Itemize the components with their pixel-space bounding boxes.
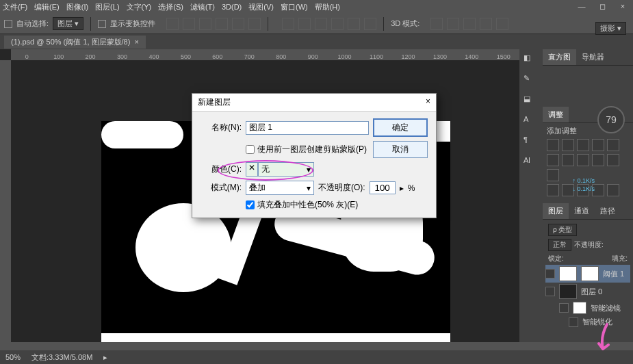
- opacity-label: 不透明度:: [574, 240, 604, 250]
- dist-icon[interactable]: [298, 18, 311, 30]
- layer-threshold[interactable]: 阈值 1: [545, 265, 630, 283]
- menu-image[interactable]: 图像(I): [66, 2, 88, 12]
- dist-icon[interactable]: [348, 18, 360, 30]
- layer-name: 图层 0: [581, 287, 602, 297]
- smart-sharpen-row[interactable]: 智能锐化: [545, 315, 630, 328]
- dialog-title: 新建图层: [198, 96, 231, 108]
- tab-paths[interactable]: 路径: [595, 203, 621, 219]
- menu-help[interactable]: 帮助(H): [315, 2, 340, 12]
- adj-icon[interactable]: [607, 184, 619, 196]
- color-label: 颜色(C):: [201, 164, 242, 175]
- auto-select-label: 自动选择:: [16, 18, 49, 29]
- histogram-tabs: 直方图 导航器: [543, 49, 633, 66]
- panel-icon[interactable]: A: [524, 115, 539, 130]
- name-label: 名称(N):: [201, 122, 242, 133]
- layer-background[interactable]: 图层 0: [545, 283, 630, 300]
- net-metrics: ↑ 0.1K/s↓ 0.1K/s: [572, 177, 595, 193]
- document-tab-title: (1).psd @ 50% (阈值 1, 图层蒙版/8): [11, 37, 130, 47]
- panel-icon[interactable]: ◧: [524, 53, 539, 68]
- panel-icon[interactable]: ✎: [524, 74, 539, 89]
- tab-histogram[interactable]: 直方图: [543, 49, 576, 65]
- adj-icon[interactable]: [547, 139, 559, 151]
- maximize-button[interactable]: ◻: [592, 0, 612, 14]
- color-select[interactable]: 无▾: [258, 162, 314, 177]
- adj-icon[interactable]: [592, 154, 604, 166]
- ok-button[interactable]: 确定: [373, 118, 428, 137]
- align-icon[interactable]: [166, 18, 179, 30]
- menu-edit[interactable]: 编辑(E): [34, 2, 60, 12]
- auto-select-checkbox[interactable]: [4, 20, 12, 28]
- menu-type[interactable]: 文字(Y): [127, 2, 152, 12]
- layer-thumb: [559, 284, 577, 299]
- layer-filter[interactable]: ρ 类型: [548, 224, 577, 236]
- dialog-close-icon[interactable]: ×: [426, 96, 430, 108]
- show-transform-label: 显示变换控件: [110, 18, 155, 29]
- tab-adjustments[interactable]: 调整: [543, 107, 569, 122]
- 3d-icon[interactable]: [430, 18, 443, 30]
- ruler-vertical: [0, 60, 11, 342]
- dist-icon[interactable]: [331, 18, 344, 30]
- menu-filter[interactable]: 滤镜(T): [190, 2, 215, 12]
- 3d-icon[interactable]: [496, 18, 508, 30]
- tab-layers[interactable]: 图层: [543, 203, 569, 219]
- tab-channels[interactable]: 通道: [569, 203, 595, 219]
- zoom-level[interactable]: 50%: [5, 353, 21, 361]
- adj-icon[interactable]: [592, 139, 604, 151]
- fill-neutral-checkbox[interactable]: [246, 200, 255, 209]
- document-tab-close[interactable]: ×: [134, 38, 138, 46]
- adj-icon[interactable]: [547, 154, 559, 166]
- visibility-icon[interactable]: [545, 269, 555, 278]
- align-icon[interactable]: [183, 18, 195, 30]
- menu-window[interactable]: 窗口(W): [281, 2, 308, 12]
- adj-icon[interactable]: [577, 139, 589, 151]
- adj-icon[interactable]: [562, 154, 574, 166]
- menu-view[interactable]: 视图(V): [248, 2, 274, 12]
- adj-icon[interactable]: [577, 154, 589, 166]
- tab-navigator[interactable]: 导航器: [576, 49, 610, 65]
- show-transform-checkbox[interactable]: [98, 20, 106, 28]
- 3d-icon[interactable]: [480, 18, 492, 30]
- menu-layer[interactable]: 图层(L): [95, 2, 119, 12]
- close-button[interactable]: ×: [612, 0, 633, 14]
- menu-3d[interactable]: 3D(D): [222, 3, 242, 11]
- align-icon[interactable]: [216, 18, 228, 30]
- workspace-switcher[interactable]: 摄影 ▾: [595, 22, 626, 35]
- dist-icon[interactable]: [282, 18, 294, 30]
- name-input[interactable]: [246, 121, 369, 135]
- visibility-icon[interactable]: [559, 303, 569, 313]
- visibility-icon[interactable]: [569, 317, 578, 327]
- visibility-icon[interactable]: [545, 287, 555, 296]
- align-icons: [166, 18, 261, 30]
- align-icon[interactable]: [199, 18, 211, 30]
- cancel-button[interactable]: 取消: [373, 141, 428, 158]
- adj-icon[interactable]: [607, 154, 619, 166]
- opacity-input[interactable]: [370, 181, 396, 194]
- 3d-icon[interactable]: [447, 18, 459, 30]
- dist-icon[interactable]: [364, 18, 376, 30]
- adj-icon[interactable]: [547, 184, 559, 196]
- 3d-icon[interactable]: [463, 18, 476, 30]
- layer-thumb: [559, 266, 577, 281]
- menu-select[interactable]: 选择(S): [158, 2, 183, 12]
- panel-icon[interactable]: ¶: [524, 135, 539, 151]
- menu-file[interactable]: 文件(F): [3, 2, 27, 12]
- align-icon[interactable]: [248, 18, 261, 30]
- adj-icon[interactable]: [607, 139, 619, 151]
- clip-mask-checkbox[interactable]: [246, 145, 255, 154]
- align-icon[interactable]: [232, 18, 244, 30]
- minimize-button[interactable]: —: [571, 0, 592, 14]
- auto-select-target[interactable]: 图层 ▾: [53, 17, 83, 30]
- 3d-mode-label: 3D 模式:: [391, 18, 419, 29]
- adj-icon[interactable]: [562, 139, 574, 151]
- document-tab[interactable]: (1).psd @ 50% (阈值 1, 图层蒙版/8) ×: [4, 36, 146, 49]
- smart-filters-row[interactable]: 智能滤镜: [545, 300, 630, 315]
- panel-icon[interactable]: Al: [524, 156, 539, 171]
- mode-select[interactable]: 叠加▾: [246, 181, 314, 195]
- blend-mode[interactable]: 正常: [548, 239, 571, 251]
- doc-info: 文档:3.33M/5.08M: [31, 352, 92, 363]
- speed-indicator: 79: [597, 106, 625, 133]
- dist-icon[interactable]: [315, 18, 327, 30]
- mode-label: 模式(M):: [201, 182, 242, 194]
- panel-icon[interactable]: ⬓: [524, 94, 539, 109]
- adj-icon[interactable]: [547, 169, 559, 181]
